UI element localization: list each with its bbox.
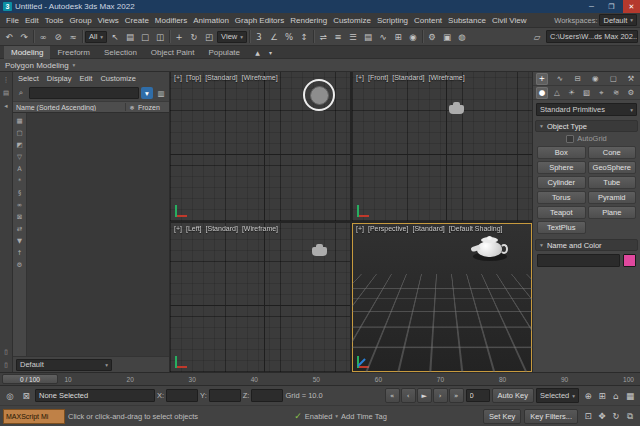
menu-animation[interactable]: Animation [190,16,232,25]
viewport-left[interactable]: [+][Left][Standard][Wireframe] [170,223,350,372]
bind-to-space-warp-icon[interactable]: ≈ [66,30,80,44]
viewport-label-segment[interactable]: [Top] [186,74,201,81]
find-wildcard-icon[interactable]: * [14,175,25,186]
explorer-menu-edit[interactable]: Edit [75,74,96,83]
viewport-label-segment[interactable]: [Default Shading] [449,225,503,232]
tab-populate[interactable]: Populate [201,46,247,59]
viewport-label-segment[interactable]: [Left] [186,225,202,232]
create-tab[interactable]: + [536,73,548,85]
ribbon-minimize-icon[interactable]: ▲ [252,47,263,58]
select-and-link-icon[interactable]: ∞ [36,30,50,44]
viewport-top[interactable]: [+][Top][Standard][Wireframe] [170,72,350,221]
teapot-object-perspective-view[interactable] [471,229,509,261]
systems-category[interactable]: ⚙ [625,87,637,99]
frozen-column-header[interactable]: ❄ Frozen [125,103,169,111]
viewport-label-segment[interactable]: [+] [174,74,182,81]
viewport-label-segment[interactable]: [Front] [368,74,388,81]
menu-edit[interactable]: Edit [22,16,42,25]
scene-explorer-search-input[interactable] [29,87,139,99]
viewport-label-segment[interactable]: [Standard] [412,225,444,232]
teapot-object-top-view[interactable] [303,79,335,111]
tab-object-paint[interactable]: Object Paint [144,46,202,59]
utilities-tab[interactable]: ⚒ [625,73,637,85]
scene-explorer-toggle-icon[interactable]: ☰ [346,30,360,44]
space-warps-category[interactable]: ≋ [610,87,622,99]
maximize-viewport-icon[interactable]: ⧉ [623,409,637,423]
autogrid-checkbox[interactable] [566,135,574,143]
helpers-category[interactable]: ⌖ [595,87,607,99]
viewport-label-segment[interactable]: [+] [356,225,364,232]
rendered-frame-icon[interactable]: ▣ [440,30,454,44]
zoom-extents-all-icon[interactable]: ▦ [623,389,637,403]
auto-key-button[interactable]: Auto Key [492,388,534,403]
explorer-menu-select[interactable]: Select [14,74,43,83]
viewport-label-segment[interactable]: [Standard] [392,74,424,81]
lights-category[interactable]: ☀ [566,87,578,99]
current-frame-input[interactable] [466,389,490,402]
explorer-menu-customize[interactable]: Customize [96,74,139,83]
coord-x-input[interactable] [166,389,198,402]
viewport-label-segment[interactable]: [Standard] [205,74,237,81]
menu-rendering[interactable]: Rendering [287,16,330,25]
viewport-layout-tab-2[interactable]: ▯ [1,359,12,370]
shapes-category[interactable]: △ [551,87,563,99]
name-column-header[interactable]: Name (Sorted Ascending) [13,104,125,111]
menu-customize[interactable]: Customize [330,16,374,25]
key-filters-button[interactable]: Key Filters... [524,409,578,424]
cameras-category[interactable]: ▧ [580,87,592,99]
name-and-color-rollout[interactable]: ▼ Name and Color [535,239,638,251]
viewport-label-segment[interactable]: [+] [174,225,182,232]
go-to-end-button[interactable]: » [449,388,464,403]
menu-create[interactable]: Create [122,16,152,25]
display-tab[interactable]: ▢ [607,73,619,85]
explorer-menu-display[interactable]: Display [43,74,76,83]
snaps-toggle-icon[interactable]: 3 [252,30,266,44]
modify-tab[interactable]: ∿ [554,73,566,85]
viewport-label-segment[interactable]: [Standard] [206,225,238,232]
minimize-button[interactable]: ─ [583,0,600,13]
select-and-move-icon[interactable]: + [172,30,186,44]
render-production-icon[interactable]: ◍ [455,30,469,44]
viewport-label-segment[interactable]: [Perspective] [368,225,408,232]
add-time-tag[interactable]: Add Time Tag [341,412,387,421]
unlink-selection-icon[interactable]: ⊘ [51,30,65,44]
ribbon-config-icon[interactable]: ▾ [265,47,276,58]
viewport-front[interactable]: [+][Front][Standard][Wireframe] [352,72,532,221]
curve-editor-icon[interactable]: ∿ [376,30,390,44]
pan-icon[interactable]: ✥ [595,409,609,423]
mirror-icon[interactable]: ⇌ [316,30,330,44]
find-regex-icon[interactable]: § [14,187,25,198]
spinner-snap-icon[interactable]: ↕ [297,30,311,44]
find-case-sensitive-icon[interactable]: A [14,163,25,174]
workspaces-dropdown[interactable]: Default ▾ [599,14,637,26]
render-setup-icon[interactable]: ⚙ [425,30,439,44]
select-all-icon[interactable]: ▦ [14,115,25,126]
select-object-icon[interactable]: ↖ [108,30,122,44]
project-path-field[interactable]: C:\Users\W...ds Max 202... [546,30,638,43]
maximize-button[interactable]: ❐ [603,0,620,13]
tube-button[interactable]: Tube [588,176,637,189]
cone-button[interactable]: Cone [588,146,637,159]
filter-list-icon[interactable]: ▼ [14,235,25,246]
sync-selection-icon[interactable]: ⇄ [14,223,25,234]
select-children-icon[interactable]: ▽ [14,151,25,162]
undo-icon[interactable]: ↶ [2,30,16,44]
coord-z-input[interactable] [251,389,283,402]
panel-grip-icon[interactable]: ⋮ [1,74,12,85]
selection-filter-dropdown[interactable]: All ▾ [85,31,107,43]
zoom-region-icon[interactable]: ⊡ [581,409,595,423]
next-frame-button[interactable]: › [433,388,448,403]
menu-content[interactable]: Content [411,16,445,25]
align-icon[interactable]: ≡ [331,30,345,44]
layer-explorer-icon[interactable]: ▤ [361,30,375,44]
primitives-category-dropdown[interactable]: Standard Primitives ▾ [536,103,637,116]
scene-explorer-dock-icon[interactable]: ▤ [1,87,12,98]
selection-lock-icon[interactable]: ⊠ [19,389,33,403]
select-and-rotate-icon[interactable]: ↻ [187,30,201,44]
menu-civil-view[interactable]: Civil View [489,16,530,25]
close-button[interactable]: ✕ [623,0,640,13]
select-invert-icon[interactable]: ◩ [14,139,25,150]
schematic-view-icon[interactable]: ⊞ [391,30,405,44]
zoom-icon[interactable]: ⊕ [581,389,595,403]
menu-file[interactable]: File [3,16,22,25]
